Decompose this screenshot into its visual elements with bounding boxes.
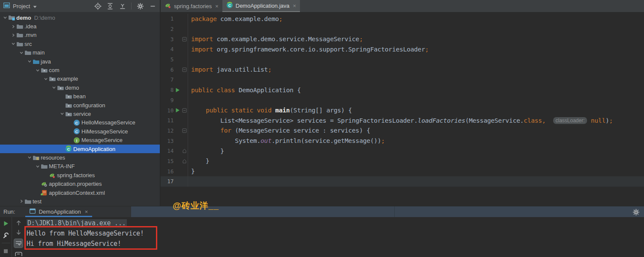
tree-item-test[interactable]: test (0, 197, 160, 206)
tree-item-meta-inf[interactable]: META-INF (0, 162, 160, 171)
chevron-down-icon[interactable] (59, 112, 65, 116)
soft-wrap-icon[interactable] (15, 239, 22, 247)
code-line-5[interactable]: 5 (161, 54, 644, 65)
chevron-right-icon[interactable] (10, 24, 16, 29)
code-line-6[interactable]: 6import java.util.List; (161, 64, 644, 75)
fold-open-icon[interactable] (181, 128, 188, 133)
chevron-down-icon[interactable] (26, 59, 33, 63)
project-tool-window: Project demoD:\demo.idea.mvnsrcmainjavac… (0, 0, 160, 206)
project-header: Project (0, 0, 160, 12)
chevron-down-icon[interactable] (10, 42, 16, 46)
tree-item-label: demo (65, 85, 79, 91)
run-tab-demoapplication[interactable]: DemoApplication × (25, 206, 92, 217)
code-line-17[interactable]: 17 (161, 176, 644, 187)
tree-item-com[interactable]: com (0, 66, 160, 74)
code-line-1[interactable]: 1package com.example.demo; (161, 14, 644, 24)
tree-item-demo[interactable]: demo (0, 83, 160, 92)
down-arrow-icon[interactable] (15, 229, 22, 236)
tree-item-service[interactable]: service (0, 109, 160, 118)
code-line-15[interactable]: 15 } (161, 156, 644, 166)
code-line-11[interactable]: 11 List<MessageService> services = Sprin… (161, 115, 644, 126)
code-area[interactable]: 1package com.example.demo;23import com.e… (161, 12, 644, 187)
package-icon (57, 85, 65, 91)
edit-config-wrench-icon[interactable] (2, 231, 10, 239)
editor-tab-spring-factories[interactable]: spring.factories× (161, 0, 222, 12)
hide-icon[interactable] (149, 2, 156, 10)
tree-item-himessageservice[interactable]: CHiMessageService (0, 127, 160, 136)
run-tool-window-header: Run: DemoApplication × (0, 206, 644, 217)
fold-end-icon[interactable] (181, 148, 188, 153)
close-icon[interactable]: × (85, 209, 88, 215)
tree-item-hellomessageservice[interactable]: CHelloMessageService (0, 118, 160, 127)
tree-item-label: DemoApplication (73, 146, 115, 152)
tree-item-src[interactable]: src (0, 39, 160, 48)
stop-icon[interactable] (2, 247, 10, 255)
tree-item-demo[interactable]: demoD:\demo (0, 13, 160, 22)
editor-tab-demoapplication-java[interactable]: CDemoApplication.java× (222, 0, 300, 12)
tree-item-messageservice[interactable]: IMessageService (0, 136, 160, 144)
tree-item-java[interactable]: java (0, 57, 160, 66)
expand-all-icon[interactable] (106, 2, 114, 10)
line-number: 1 (161, 15, 174, 22)
run-arrow-icon[interactable] (174, 88, 181, 93)
fold-open-icon[interactable] (181, 67, 188, 72)
resources-folder-icon (33, 154, 41, 161)
tree-item-label: META-INF (49, 163, 75, 169)
tree-item-example[interactable]: example (0, 75, 160, 83)
fold-open-icon[interactable] (181, 37, 188, 42)
run-arrow-icon[interactable] (174, 108, 181, 113)
line-number: 9 (161, 97, 174, 103)
locate-icon[interactable] (94, 2, 102, 10)
code-line-14[interactable]: 14 } (161, 146, 644, 156)
spring-file-icon (49, 172, 57, 178)
chevron-right-icon[interactable] (18, 199, 24, 203)
code-line-16[interactable]: 16} (161, 166, 644, 176)
tree-item-demoapplication[interactable]: CDemoApplication (0, 145, 160, 153)
soft-wrap-toggle[interactable] (14, 239, 23, 248)
rerun-play-icon[interactable] (2, 220, 10, 227)
tree-item-bean[interactable]: bean (0, 92, 160, 101)
fold-end-icon[interactable] (181, 159, 188, 163)
tree-item-resources[interactable]: resources (0, 153, 160, 162)
project-title-wrap[interactable]: Project (3, 3, 37, 9)
tree-item-applicationcontext-xml[interactable]: applicationContext.xml (0, 188, 160, 197)
tree-item--mvn[interactable]: .mvn (0, 31, 160, 39)
code-line-12[interactable]: 12 for (MessageService service : service… (161, 126, 644, 136)
collapse-all-icon[interactable] (119, 2, 126, 10)
tree-item-main[interactable]: main (0, 48, 160, 57)
close-icon[interactable]: × (215, 3, 219, 9)
chevron-down-icon[interactable] (26, 155, 33, 160)
chevron-down-icon[interactable] (2, 15, 8, 20)
code-line-2[interactable]: 2 (161, 24, 644, 34)
code-line-9[interactable]: 9 (161, 95, 644, 106)
tree-item-spring-factories[interactable]: spring.factories (0, 171, 160, 179)
code-line-13[interactable]: 13 System.out.println(service.getMessage… (161, 136, 644, 146)
chevron-down-icon[interactable] (51, 85, 57, 90)
line-number: 12 (161, 127, 174, 134)
tree-item-configuration[interactable]: configuration (0, 101, 160, 109)
code-line-8[interactable]: 8public class DemoApplication { (161, 85, 644, 95)
line-number: 11 (161, 117, 174, 124)
up-arrow-icon[interactable] (15, 220, 22, 226)
chevron-down-icon[interactable] (34, 68, 41, 73)
settings-icon[interactable] (632, 208, 640, 216)
interface-icon: I (73, 137, 81, 144)
chevron-down-icon[interactable] (34, 164, 41, 169)
code-line-7[interactable]: 7 (161, 75, 644, 85)
code-line-3[interactable]: 3import com.example.demo.service.Message… (161, 34, 644, 44)
folder-icon (16, 23, 24, 30)
scroll-end-icon[interactable] (15, 251, 22, 257)
settings-icon[interactable] (136, 2, 144, 10)
close-icon[interactable]: × (293, 3, 296, 9)
code-line-4[interactable]: 4import org.springframework.core.io.supp… (161, 44, 644, 54)
chevron-down-icon[interactable] (18, 51, 24, 55)
fold-open-icon[interactable] (181, 108, 188, 113)
tree-item--idea[interactable]: .idea (0, 22, 160, 30)
tree-item-application-properties[interactable]: application.properties (0, 179, 160, 188)
code-line-10[interactable]: 10 public static void main(String[] args… (161, 105, 644, 115)
line-number: 3 (161, 36, 174, 42)
package-icon (65, 93, 73, 100)
chevron-down-icon[interactable] (42, 77, 49, 81)
folder-icon (24, 198, 33, 205)
chevron-right-icon[interactable] (10, 33, 16, 37)
